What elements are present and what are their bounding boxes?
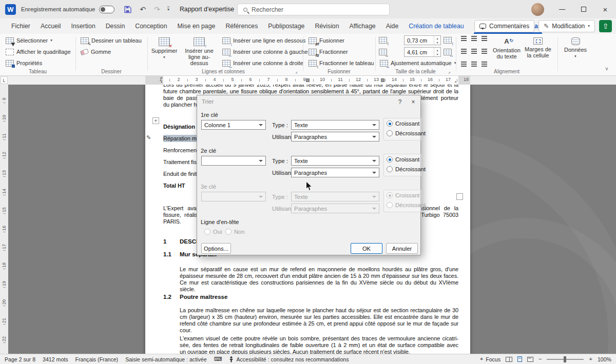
tab-references[interactable]: Références (220, 18, 263, 34)
ok-button[interactable]: OK (351, 243, 382, 254)
distribute-rows-icon[interactable]: ↕ (444, 37, 452, 44)
sort-dialog[interactable]: Trier ? × 1re clé Colonne 1 Type : Texte… (197, 95, 421, 255)
right-indent-marker[interactable]: ▴ (455, 79, 457, 83)
focus-button[interactable]: ⌖ Focus (480, 356, 500, 362)
align-center-button[interactable] (469, 46, 479, 56)
dialog-close-button[interactable]: × (407, 97, 419, 107)
spinner-arrows-icon[interactable]: ▴▾ (434, 36, 440, 45)
table-row-total[interactable]: Total HT (163, 183, 185, 189)
horizontal-ruler[interactable]: 123456789101112131415161718 ▾ ▴ ▴ (0, 76, 616, 85)
sort-key1-type-select[interactable]: Texte (291, 120, 379, 130)
header-row-no-radio[interactable]: Non (225, 229, 245, 235)
zoom-out-button[interactable]: − (538, 356, 542, 362)
save-button[interactable] (120, 4, 136, 15)
cell-margins-button[interactable]: Marges de la cellule (523, 35, 553, 67)
language-indicator[interactable]: Français (France) (75, 356, 119, 362)
accessibility-status[interactable]: Accessibilité : consultez nos recommanda… (229, 356, 349, 362)
table-properties-button[interactable]: Propriétés (3, 58, 45, 68)
data-button[interactable]: Données ▾ (561, 35, 590, 67)
sort-key1-field-select[interactable]: Colonne 1 (201, 120, 266, 130)
align-center-left-button[interactable] (459, 46, 469, 56)
table-column-marker[interactable] (381, 78, 384, 82)
sort-key2-using-select[interactable]: Paragraphes (291, 168, 379, 177)
insert-row-below-button[interactable]: ↓ Insérer une ligne en dessous (220, 35, 308, 46)
autosave-toggle[interactable] (99, 6, 114, 13)
zoom-level[interactable]: 100% (598, 356, 611, 362)
align-bottom-left-button[interactable] (459, 57, 469, 68)
tab-publipostage[interactable]: Publipostage (263, 18, 310, 34)
dialog-help-button[interactable]: ? (394, 97, 406, 107)
row-height-spinner[interactable]: 0,73 cm ▴▾ (404, 35, 441, 45)
keyboard-icon[interactable]: ⌨ (214, 356, 222, 362)
autofit-button[interactable]: ↔ Ajustement automatique ▾ (377, 58, 458, 68)
share-button[interactable]: ⇧ (599, 20, 612, 32)
page-indicator[interactable]: Page 2 sur 8 (5, 356, 35, 362)
search-input[interactable]: Rechercher (237, 4, 390, 15)
tab-conception[interactable]: Conception (130, 18, 172, 34)
tab-creation-de-tableau[interactable]: Création de tableau (403, 18, 469, 34)
hanging-indent-marker[interactable]: ▴ (161, 79, 163, 83)
draw-table-button[interactable]: ✎ Dessiner un tableau (78, 35, 144, 46)
sort-key1-descending-radio[interactable]: Décroissant (387, 130, 426, 136)
distribute-columns-icon[interactable]: ↔ (444, 49, 452, 55)
zoom-in-button[interactable]: + (589, 356, 592, 362)
spinner-arrows-icon[interactable]: ▴▾ (434, 48, 440, 56)
tab-revision[interactable]: Révision (310, 18, 344, 34)
merge-cells-button[interactable]: ⇄ Fusionner (306, 35, 347, 46)
delete-button[interactable]: ✕ Supprimer ▾ (150, 35, 179, 67)
eraser-button[interactable]: Gomme (78, 47, 113, 57)
column-width-spinner[interactable]: 4,61 cm ▴▾ (404, 47, 441, 57)
tab-affichage[interactable]: Affichage (344, 18, 381, 34)
align-bottom-center-button[interactable] (469, 57, 479, 68)
taille-dialog-launcher[interactable]: ⌟ (448, 69, 450, 74)
insert-row-above-button[interactable]: ↑ Insérer une ligne au-dessus (181, 35, 218, 67)
header-row-yes-radio[interactable]: Oui (204, 229, 222, 235)
word-count[interactable]: 3412 mots (43, 356, 68, 362)
cancel-button[interactable]: Annuler (386, 243, 418, 254)
left-indent-marker[interactable]: ▾ (161, 76, 163, 79)
read-mode-button[interactable] (506, 357, 512, 362)
sort-key2-ascending-radio[interactable]: Croissant (387, 156, 419, 163)
align-bottom-right-button[interactable] (479, 57, 489, 68)
table-header-cell[interactable]: Désignation (163, 124, 195, 130)
split-cells-button[interactable]: ⇆ Fractionner (306, 47, 351, 57)
table-move-handle[interactable]: + (152, 117, 159, 124)
redo-button[interactable]: ↷ (150, 4, 164, 14)
align-top-center-button[interactable] (469, 35, 479, 45)
tab-dessin[interactable]: Dessin (101, 18, 130, 34)
insert-column-left-button[interactable]: ← Insérer une colonne à gauche (220, 47, 311, 57)
tab-mise-en-page[interactable]: Mise en page (172, 18, 221, 34)
sort-key1-ascending-radio[interactable]: Croissant (387, 120, 419, 127)
options-button[interactable]: Options... (201, 243, 231, 254)
align-top-right-button[interactable] (479, 35, 489, 45)
print-layout-button[interactable] (517, 356, 522, 362)
sort-key2-type-select[interactable]: Texte (291, 156, 379, 166)
align-center-right-button[interactable] (479, 46, 489, 56)
editing-mode-button[interactable]: ✎ Modification ▾ (538, 20, 595, 32)
minimize-button[interactable]: — (551, 0, 573, 18)
zoom-slider-thumb[interactable] (564, 356, 566, 362)
lignes-dialog-launcher[interactable]: ⌟ (295, 69, 297, 74)
zoom-slider[interactable] (547, 359, 584, 360)
sort-key1-using-select[interactable]: Paragraphes (291, 132, 379, 141)
web-layout-button[interactable] (527, 357, 533, 362)
select-table-button[interactable]: Sélectionner ▾ (3, 35, 55, 46)
tracked-change-marker[interactable]: ✎ (146, 134, 151, 141)
avatar[interactable] (531, 3, 544, 16)
tab-stop-selector[interactable]: L (1, 76, 8, 84)
tab-insertion[interactable]: Insertion (66, 18, 101, 34)
sort-key2-field-select[interactable] (201, 156, 266, 166)
undo-button[interactable]: ↶ (136, 4, 150, 14)
tab-accueil[interactable]: Accueil (35, 18, 66, 34)
word-logo-icon[interactable]: W (5, 4, 16, 15)
align-top-left-button[interactable] (459, 35, 469, 45)
vertical-ruler[interactable]: 910111213141516171819202122 (0, 85, 8, 354)
autocomplete-indicator[interactable]: Saisie semi-automatique : activée (125, 356, 206, 362)
document-title-button[interactable]: Rapport d'expertise ▾ (180, 6, 239, 13)
view-gridlines-button[interactable]: Afficher le quadrillage (3, 47, 73, 57)
tab-aide[interactable]: Aide (381, 18, 404, 34)
tab-fichier[interactable]: Fichier (6, 18, 35, 34)
text-direction-button[interactable]: A↻ Orientation du texte (492, 35, 522, 67)
table-column-marker[interactable] (306, 78, 310, 82)
customize-quick-access-icon[interactable]: ▾ (167, 7, 169, 12)
